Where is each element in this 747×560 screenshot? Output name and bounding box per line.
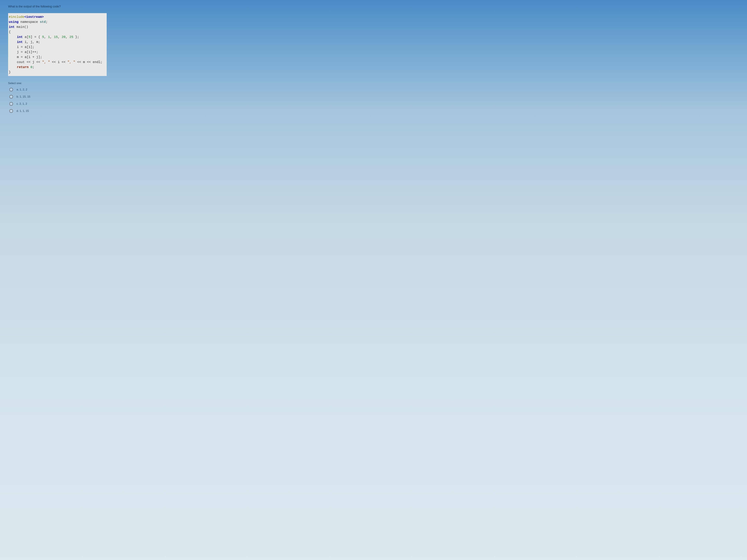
code-token: ", " [68,60,75,64]
option-d[interactable]: d. 1, 1, 15 [9,109,186,113]
code-token: }; [73,35,79,39]
code-token: main() [15,25,28,29]
code-token: 20 [61,35,66,39]
code-token: ", " [42,60,50,64]
radio-button[interactable] [9,95,13,99]
option-b[interactable]: b. 1, 15, 15 [9,95,186,99]
code-token: << m << endl; [75,60,102,64]
code-token: { [9,30,11,34]
radio-button[interactable] [9,109,13,113]
code-token: << i << [50,60,68,64]
code-token: 15 [54,35,58,39]
radio-button[interactable] [9,88,13,91]
code-token: i, j, m; [23,40,40,44]
code-token: int [17,40,23,44]
radio-button[interactable] [9,102,13,106]
code-token: 5 [28,35,30,39]
code-token: 25 [69,35,73,39]
question-container: What is the output of the following code… [0,0,195,118]
code-token: , [58,35,61,39]
code-token: namespace [19,20,40,24]
code-token: std [40,20,46,24]
code-token: 1 [48,35,50,39]
options-list: a. 1, 2, 2 b. 1, 15, 15 c. 2, 1, 2 d. 1,… [8,88,186,113]
code-token: , [44,35,48,39]
code-token: cout << j << [17,60,42,64]
code-token: i = a[1]; [17,45,34,49]
code-token: int [17,35,23,39]
code-token: <iostream> [24,15,44,19]
code-token: } [9,70,11,74]
option-a[interactable]: a. 1, 2, 2 [9,88,186,91]
code-token: 5 [42,35,44,39]
option-label: d. 1, 1, 15 [17,109,29,113]
option-c[interactable]: c. 2, 1, 2 [9,102,186,106]
code-token: int [9,25,15,29]
select-one-label: Select one: [8,82,186,85]
code-token: ; [46,20,48,24]
option-label: a. 1, 2, 2 [17,88,27,91]
code-block: #include<iostream> using namespace std; … [8,13,107,76]
code-token: j = a[1]++; [17,50,38,54]
code-token: a[ [23,35,28,39]
question-text: What is the output of the following code… [8,5,186,8]
code-token: ] = { [30,35,42,39]
code-token: , [66,35,69,39]
option-label: b. 1, 15, 15 [17,95,30,98]
code-token: return [17,65,28,69]
code-token: ; [32,65,34,69]
option-label: c. 2, 1, 2 [17,102,27,106]
code-token: #include [9,15,24,19]
code-token [28,65,30,69]
code-token: m = a[i + j]; [17,55,42,59]
code-token: using [9,20,19,24]
code-token: 0 [30,65,32,69]
code-token: , [50,35,54,39]
